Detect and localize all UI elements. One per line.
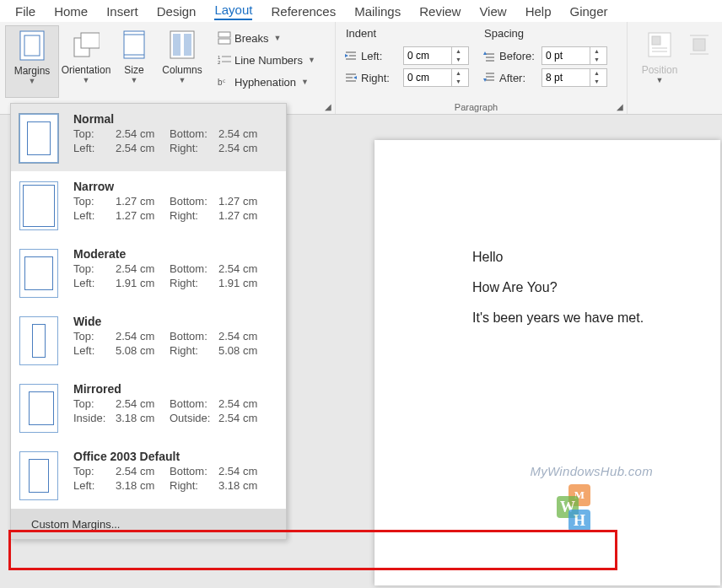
spinner-up-icon[interactable]: ▲ bbox=[452, 69, 465, 78]
indent-right-icon bbox=[344, 72, 358, 84]
spinner-down-icon[interactable]: ▼ bbox=[452, 78, 465, 86]
document-page[interactable]: Hello How Are You? It's been years we ha… bbox=[374, 140, 720, 585]
dropdown-caret-icon: ▼ bbox=[656, 76, 664, 84]
margin-preset-thumb-icon bbox=[19, 181, 58, 230]
indent-header: Indent bbox=[344, 27, 469, 43]
margin-preset-values: Top:2.54 cmBottom:2.54 cmLeft:3.18 cmRig… bbox=[73, 465, 277, 492]
spacing-after-icon bbox=[482, 72, 496, 84]
dropdown-caret-icon: ▼ bbox=[83, 76, 90, 84]
margin-preset-values: Top:2.54 cmBottom:2.54 cmLeft:5.08 cmRig… bbox=[73, 330, 277, 357]
tab-view[interactable]: View bbox=[479, 4, 506, 19]
paragraph-group-label: Paragraph bbox=[336, 102, 617, 112]
margin-preset-title: Mirrored bbox=[73, 382, 277, 396]
margin-preset-title: Moderate bbox=[73, 247, 277, 261]
margin-preset-info: Office 2003 DefaultTop:2.54 cmBottom:2.5… bbox=[73, 450, 277, 500]
tab-insert[interactable]: Insert bbox=[106, 4, 138, 19]
spacing-before-label: Before: bbox=[499, 50, 538, 62]
tab-design[interactable]: Design bbox=[157, 4, 197, 19]
breaks-button[interactable]: Breaks ▼ bbox=[214, 29, 319, 47]
spacing-after-label: After: bbox=[499, 72, 538, 84]
svg-marker-24 bbox=[353, 76, 357, 79]
indent-left-icon bbox=[344, 50, 358, 62]
margin-preset-title: Office 2003 Default bbox=[73, 450, 277, 463]
svg-rect-10 bbox=[218, 32, 230, 37]
line-numbers-button[interactable]: 12 Line Numbers ▼ bbox=[214, 51, 319, 69]
orientation-icon bbox=[73, 29, 100, 61]
margin-preset-thumb-icon bbox=[19, 384, 58, 433]
tab-mailings[interactable]: Mailings bbox=[354, 4, 401, 19]
columns-button[interactable]: Columns ▼ bbox=[155, 25, 209, 98]
margin-preset-title: Narrow bbox=[73, 180, 277, 193]
line-numbers-icon: 12 bbox=[218, 53, 231, 67]
spinner-down-icon[interactable]: ▼ bbox=[452, 56, 465, 64]
custom-margins-item[interactable]: Custom Margins... bbox=[11, 509, 286, 539]
tab-references[interactable]: References bbox=[271, 4, 336, 19]
margin-preset-mirrored[interactable]: MirroredTop:2.54 cmBottom:2.54 cmInside:… bbox=[11, 374, 286, 441]
orientation-button[interactable]: Orientation ▼ bbox=[59, 25, 113, 98]
indent-right-label: Right: bbox=[361, 72, 400, 84]
tab-ginger[interactable]: Ginger bbox=[570, 4, 608, 19]
size-icon bbox=[121, 29, 148, 61]
spacing-after-input[interactable] bbox=[542, 72, 590, 84]
indent-right-input[interactable] bbox=[404, 72, 451, 84]
tab-review[interactable]: Review bbox=[419, 4, 461, 19]
columns-label: Columns bbox=[162, 64, 202, 76]
spinner-down-icon[interactable]: ▼ bbox=[590, 56, 603, 64]
hyphenation-button[interactable]: bᶜ Hyphenation ▼ bbox=[214, 73, 319, 91]
tab-home[interactable]: Home bbox=[54, 4, 88, 19]
group-page-setup: Margins ▼ Orientation ▼ Size ▼ bbox=[0, 22, 336, 114]
margin-preset-values: Top:1.27 cmBottom:1.27 cmLeft:1.27 cmRig… bbox=[73, 195, 277, 222]
margin-preset-wide[interactable]: WideTop:2.54 cmBottom:2.54 cmLeft:5.08 c… bbox=[11, 306, 286, 374]
spacing-after-spinner[interactable]: ▲▼ bbox=[542, 68, 607, 87]
svg-rect-4 bbox=[124, 31, 144, 58]
margins-icon bbox=[19, 30, 46, 62]
margin-preset-normal[interactable]: NormalTop:2.54 cmBottom:2.54 cmLeft:2.54… bbox=[11, 104, 286, 171]
dropdown-caret-icon: ▼ bbox=[131, 76, 138, 84]
watermark-text: MyWindowsHub.com bbox=[530, 464, 653, 478]
position-label: Position bbox=[642, 64, 678, 76]
document-line: It's been years we have met. bbox=[472, 310, 720, 326]
margins-dropdown: NormalTop:2.54 cmBottom:2.54 cmLeft:2.54… bbox=[10, 103, 287, 540]
tab-help[interactable]: Help bbox=[525, 4, 552, 19]
spacing-before-spinner[interactable]: ▲▼ bbox=[542, 46, 607, 65]
line-numbers-label: Line Numbers bbox=[234, 54, 303, 67]
spinner-up-icon[interactable]: ▲ bbox=[590, 69, 603, 78]
spinner-up-icon[interactable]: ▲ bbox=[452, 47, 465, 56]
size-label: Size bbox=[124, 64, 143, 76]
position-button: Position ▼ bbox=[633, 25, 687, 98]
tab-file[interactable]: File bbox=[15, 4, 35, 19]
svg-rect-3 bbox=[81, 33, 100, 48]
margin-preset-moderate[interactable]: ModerateTop:2.54 cmBottom:2.54 cmLeft:1.… bbox=[11, 239, 286, 306]
indent-right-spinner[interactable]: ▲▼ bbox=[403, 68, 469, 87]
dropdown-caret-icon: ▼ bbox=[273, 34, 281, 42]
svg-rect-34 bbox=[652, 36, 660, 45]
page-setup-launcher[interactable]: ◢ bbox=[323, 102, 333, 112]
tab-layout[interactable]: Layout bbox=[214, 3, 252, 20]
margin-preset-info: WideTop:2.54 cmBottom:2.54 cmLeft:5.08 c… bbox=[73, 315, 277, 365]
document-line: Hello bbox=[472, 250, 720, 265]
logo-square-icon: H bbox=[568, 510, 590, 531]
spinner-down-icon[interactable]: ▼ bbox=[590, 78, 603, 86]
spacing-header: Spacing bbox=[482, 27, 607, 43]
spacing-before-input[interactable] bbox=[542, 50, 590, 62]
svg-text:2: 2 bbox=[218, 60, 221, 65]
margin-preset-title: Normal bbox=[73, 112, 277, 126]
indent-left-input[interactable] bbox=[404, 50, 451, 62]
group-paragraph: Indent Left: ▲▼ Right: ▲▼ bbox=[336, 22, 628, 114]
watermark-logo: M W H bbox=[557, 484, 604, 538]
dropdown-caret-icon: ▼ bbox=[179, 76, 186, 84]
spinner-up-icon[interactable]: ▲ bbox=[590, 47, 603, 56]
svg-rect-11 bbox=[218, 39, 230, 44]
svg-rect-37 bbox=[693, 39, 705, 51]
breaks-icon bbox=[218, 31, 231, 45]
margin-preset-narrow[interactable]: NarrowTop:1.27 cmBottom:1.27 cmLeft:1.27… bbox=[11, 171, 286, 239]
dropdown-caret-icon: ▼ bbox=[308, 56, 315, 64]
position-icon bbox=[646, 29, 673, 61]
indent-left-spinner[interactable]: ▲▼ bbox=[403, 46, 469, 65]
size-button[interactable]: Size ▼ bbox=[113, 25, 155, 98]
margin-preset-office[interactable]: Office 2003 DefaultTop:2.54 cmBottom:2.5… bbox=[11, 441, 286, 509]
paragraph-launcher[interactable]: ◢ bbox=[615, 102, 625, 112]
svg-rect-9 bbox=[184, 34, 191, 56]
svg-text:bᶜ: bᶜ bbox=[218, 78, 226, 87]
margins-button[interactable]: Margins ▼ bbox=[5, 25, 59, 98]
